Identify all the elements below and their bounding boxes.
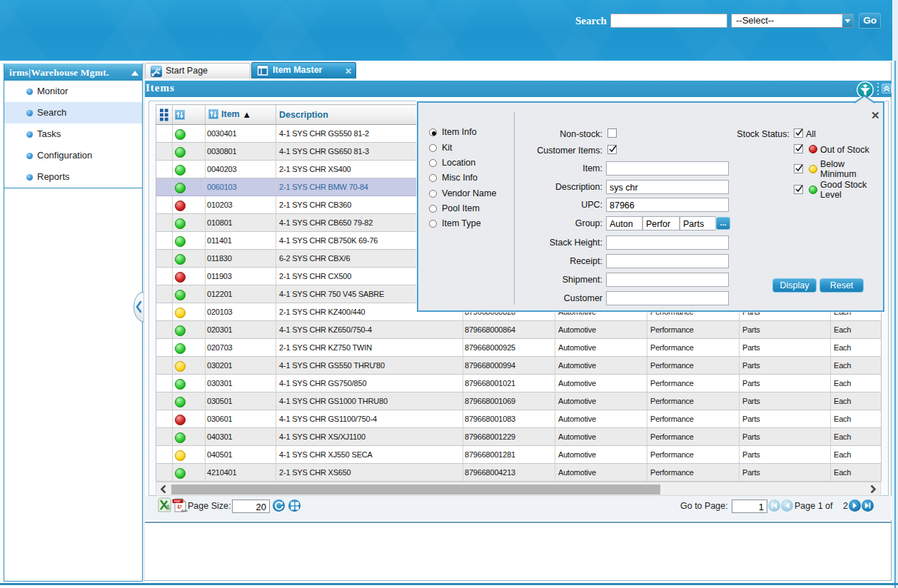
svg-text:PDF: PDF [174,500,181,503]
svg-text:Adobe: Adobe [181,510,188,512]
